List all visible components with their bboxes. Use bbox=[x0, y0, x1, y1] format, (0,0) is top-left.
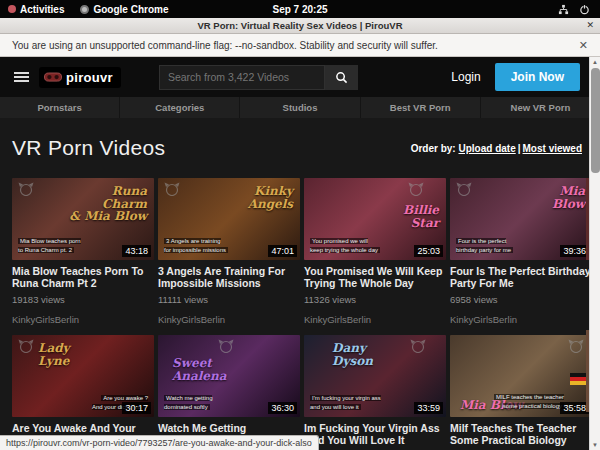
video-card[interactable]: Kinky Angels 3 Angels are training for i… bbox=[158, 178, 300, 329]
cat-mask-icon bbox=[410, 339, 426, 353]
activities-icon bbox=[8, 5, 16, 13]
power-icon[interactable] bbox=[579, 4, 590, 15]
cat-mask-icon bbox=[408, 182, 424, 196]
activities-label: Activities bbox=[20, 4, 64, 15]
main-nav: Pornstars Categories Studios Best VR Por… bbox=[0, 97, 600, 118]
search-bar bbox=[159, 65, 358, 90]
logo-text: pirouvr bbox=[66, 70, 113, 85]
window-title: VR Porn: Virtual Reality Sex Videos | Pi… bbox=[197, 20, 402, 31]
window-close-icon[interactable]: ✕ bbox=[586, 20, 594, 30]
page-viewport: pirouvr Login Join Now Pornstars Categor… bbox=[0, 57, 600, 450]
duration-badge: 25:03 bbox=[414, 245, 443, 257]
studio-link[interactable]: KinkyGirlsBerlin bbox=[12, 314, 154, 325]
duration-badge: 35:58 bbox=[560, 402, 589, 414]
activities-button[interactable]: Activities bbox=[0, 0, 72, 18]
cat-mask-icon bbox=[456, 182, 472, 196]
login-link[interactable]: Login bbox=[451, 70, 480, 84]
video-grid: Runa Charm & Mia Blow Mia Blow teaches p… bbox=[12, 178, 588, 450]
view-count: 19183 views bbox=[12, 294, 154, 305]
video-card[interactable]: Sweet Analena Watch me getting dominated… bbox=[158, 335, 300, 450]
thumbnail-caption: Mia Blow teaches porn to Runa Charm pt. … bbox=[18, 237, 81, 255]
thumbnail-overlay-title: Billie Star bbox=[403, 204, 439, 229]
duration-badge: 47:01 bbox=[268, 245, 297, 257]
warning-close-icon[interactable]: ✕ bbox=[579, 39, 588, 52]
search-input[interactable] bbox=[159, 65, 325, 90]
scroll-up-icon[interactable]: ▲ bbox=[590, 57, 600, 67]
hamburger-menu-icon[interactable] bbox=[14, 72, 29, 82]
chrome-app-label: Google Chrome bbox=[93, 4, 168, 15]
site-header: pirouvr Login Join Now bbox=[0, 57, 600, 97]
studio-link[interactable]: KinkyGirlsBerlin bbox=[158, 314, 300, 325]
video-card[interactable]: Runa Charm & Mia Blow Mia Blow teaches p… bbox=[12, 178, 154, 329]
video-thumbnail[interactable]: Mia Blow Four is the perfect birthday pa… bbox=[450, 178, 592, 260]
thumbnail-overlay-title: Lady Lyne bbox=[38, 342, 70, 367]
site-logo[interactable]: pirouvr bbox=[39, 67, 121, 88]
system-bar: Activities Google Chrome Sep 7 20:25 bbox=[0, 0, 600, 18]
chrome-icon bbox=[80, 5, 89, 14]
scrollbar-thumb[interactable] bbox=[591, 68, 600, 173]
video-thumbnail[interactable]: Billie Star You promised we will keep tr… bbox=[304, 178, 446, 260]
content-area: VR Porn Videos Order by: Upload date|Mos… bbox=[0, 118, 600, 450]
video-title[interactable]: 3 Angels Are Training For Impossible Mis… bbox=[158, 265, 300, 289]
video-card[interactable]: Mia Blow Four is the perfect birthday pa… bbox=[450, 178, 592, 329]
video-card[interactable]: Dany Dyson I'm fucking your virgin ass a… bbox=[304, 335, 446, 450]
window-titlebar: VR Porn: Virtual Reality Sex Videos | Pi… bbox=[0, 18, 600, 34]
video-card[interactable]: Lady Lyne Are you awake ? And your dick … bbox=[12, 335, 154, 450]
video-thumbnail[interactable]: Dany Dyson I'm fucking your virgin ass a… bbox=[304, 335, 446, 417]
duration-badge: 33:59 bbox=[414, 402, 443, 414]
duration-badge: 36:30 bbox=[268, 402, 297, 414]
video-thumbnail[interactable]: Sweet Analena Watch me getting dominated… bbox=[158, 335, 300, 417]
nav-item-new-vr-porn[interactable]: New VR Porn bbox=[481, 97, 600, 118]
chrome-app-menu[interactable]: Google Chrome bbox=[72, 0, 176, 18]
warning-text: You are using an unsupported command-lin… bbox=[12, 40, 438, 51]
join-now-button[interactable]: Join Now bbox=[495, 63, 580, 91]
video-title[interactable]: You Promised We Will Keep Trying The Who… bbox=[304, 265, 446, 289]
studio-link[interactable]: KinkyGirlsBerlin bbox=[450, 314, 592, 325]
thumbnail-caption: You promised we will keep trying the who… bbox=[310, 237, 380, 255]
status-url: https://pirouvr.com/vr-porn-video/779325… bbox=[6, 438, 312, 448]
video-thumbnail[interactable]: Kinky Angels 3 Angels are training for i… bbox=[158, 178, 300, 260]
view-count: 11111 views bbox=[158, 294, 300, 305]
nav-item-pornstars[interactable]: Pornstars bbox=[0, 97, 119, 118]
video-title[interactable]: Milf Teaches The Teacher Some Practical … bbox=[450, 422, 592, 446]
link-status-bar: https://pirouvr.com/vr-porn-video/779325… bbox=[0, 435, 319, 450]
order-link-most-viewed[interactable]: Most viewed bbox=[523, 143, 582, 154]
duration-badge: 39:36 bbox=[560, 245, 589, 257]
order-link-upload-date[interactable]: Upload date bbox=[458, 143, 515, 154]
video-title[interactable]: Four Is The Perfect Birthday Party For M… bbox=[450, 265, 592, 289]
cat-mask-icon bbox=[568, 339, 584, 353]
view-count: 11326 views bbox=[304, 294, 446, 305]
studio-link[interactable]: KinkyGirlsBerlin bbox=[304, 314, 446, 325]
thumbnail-caption: I'm fucking your virgin ass and you will… bbox=[310, 394, 381, 412]
cat-mask-icon bbox=[218, 339, 234, 353]
vr-goggles-icon bbox=[44, 72, 62, 83]
page-title: VR Porn Videos bbox=[12, 136, 165, 160]
nav-item-categories[interactable]: Categories bbox=[120, 97, 239, 118]
video-thumbnail[interactable]: Lady Lyne Are you awake ? And your dick … bbox=[12, 335, 154, 417]
video-thumbnail[interactable]: Runa Charm & Mia Blow Mia Blow teaches p… bbox=[12, 178, 154, 260]
video-title[interactable]: Mia Blow Teaches Porn To Runa Charm Pt 2 bbox=[12, 265, 154, 289]
video-thumbnail[interactable]: Mia Blow MILF teaches the teacher some p… bbox=[450, 335, 592, 417]
thumbnail-overlay-title: Mia Blow bbox=[552, 185, 585, 210]
chrome-warning-bar: You are using an unsupported command-lin… bbox=[0, 34, 600, 57]
thumbnail-caption: MILF teaches the teacher some practical … bbox=[494, 393, 564, 411]
video-card[interactable]: Billie Star You promised we will keep tr… bbox=[304, 178, 446, 329]
scroll-down-icon[interactable]: ▼ bbox=[590, 440, 600, 450]
video-title[interactable]: Im Fucking Your Virgin Ass And You Will … bbox=[304, 422, 446, 446]
nav-item-best-vr-porn[interactable]: Best VR Porn bbox=[361, 97, 480, 118]
browser-scrollbar[interactable]: ▲ ▼ bbox=[589, 57, 600, 450]
network-icon[interactable] bbox=[558, 4, 569, 15]
order-by: Order by: Upload date|Most viewed bbox=[411, 143, 588, 154]
thumbnail-overlay-title: Dany Dyson bbox=[332, 342, 373, 367]
thumbnail-overlay-title: Kinky Angels bbox=[248, 185, 293, 210]
thumbnail-caption: Watch me getting dominated softly bbox=[164, 394, 212, 412]
search-button[interactable] bbox=[325, 65, 358, 90]
nav-item-studios[interactable]: Studios bbox=[240, 97, 359, 118]
thumbnail-caption: 3 Angels are training for impossible mis… bbox=[164, 237, 228, 255]
duration-badge: 30:17 bbox=[122, 402, 151, 414]
view-count: 6958 views bbox=[450, 294, 592, 305]
cat-mask-icon bbox=[164, 182, 180, 196]
video-card[interactable]: Mia Blow MILF teaches the teacher some p… bbox=[450, 335, 592, 450]
search-icon bbox=[335, 71, 348, 84]
thumbnail-overlay-title: Sweet Analena bbox=[172, 357, 227, 382]
